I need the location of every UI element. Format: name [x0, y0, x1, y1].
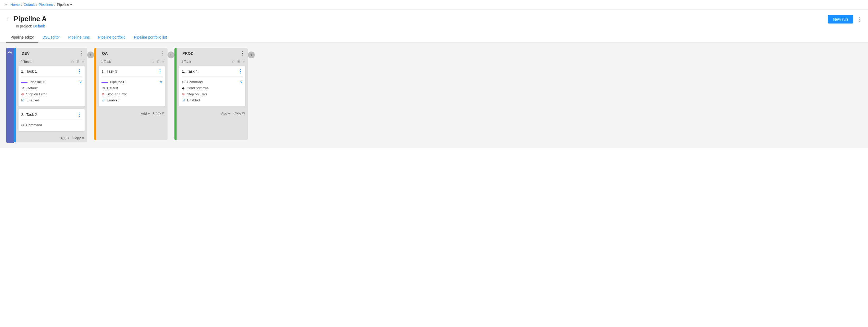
tab-pipeline-portfolio-list[interactable]: Pipeline portfolio list: [130, 32, 171, 42]
task-3-title-row: 1. Task 3 ⋮: [101, 68, 162, 76]
stage-prod-add-button[interactable]: Add +: [221, 111, 230, 116]
task-3-stop-icon: ⊖: [101, 92, 104, 96]
stage-prod-content: PROD ⋮ 1 Task ◇ 🗑 ≡: [177, 48, 248, 140]
breadcrumb-sep-3: /: [55, 3, 56, 7]
stage-dev-list-icon[interactable]: ≡: [82, 59, 84, 64]
task-4-stop-left: ⊖ Stop on Error: [182, 92, 207, 96]
task-1-stop-left: ⊖ Stop on Error: [21, 92, 46, 96]
task-1-type-label: Pipeline C: [30, 80, 45, 84]
task-2-type-row: ⊙ Command: [21, 122, 82, 128]
stage-qa-list-icon[interactable]: ≡: [162, 59, 164, 64]
stage-dev-name: DEV: [22, 51, 30, 56]
pipeline-editor-area: ❮ DEV ⋮ 2 Tasks: [0, 42, 868, 148]
page-subtitle: In project: Default: [16, 24, 47, 28]
stage-qa-actions: ◇ 🗑 ≡: [151, 59, 164, 64]
task-4-title: 1. Task 4: [182, 69, 198, 73]
more-options-icon[interactable]: ⋮: [856, 16, 862, 23]
task-1-enabled-row: ☑ Enabled: [21, 97, 82, 103]
task-3-dots[interactable]: ⋮: [158, 68, 162, 74]
task-2-title-row: 2. Task 2 ⋮: [21, 112, 82, 120]
stage-prod-header-inner: PROD ⋮: [180, 51, 245, 56]
menu-icon[interactable]: ≡: [5, 3, 7, 7]
stage-dev: DEV ⋮ 2 Tasks ◇ 🗑 ≡: [14, 48, 87, 142]
task-3-stop-row: ⊖ Stop on Error: [101, 91, 162, 97]
page-header-left: ← Pipeline A In project: Default: [6, 15, 47, 28]
tab-dsl-editor[interactable]: DSL editor: [38, 32, 64, 42]
subtitle-label: In project:: [16, 24, 32, 28]
stage-dev-add-button[interactable]: Add +: [61, 136, 69, 140]
stage-qa-content: QA ⋮ 1 Task ◇ 🗑 ≡: [96, 48, 167, 140]
stage-prod-wrapper: PROD ⋮ 1 Task ◇ 🗑 ≡: [175, 48, 255, 140]
stages-row: ❮ DEV ⋮ 2 Tasks: [6, 48, 862, 143]
task-2-type-left: ⊙ Command: [21, 123, 42, 127]
stage-prod-bottom: Add + Copy ⧉: [177, 109, 248, 118]
task-2-card: 2. Task 2 ⋮ ⊙ Command: [19, 109, 85, 131]
task-4-condition-left: ◆ Condition: Yes: [182, 86, 209, 90]
task-3-project-row: 🗂 Default: [101, 85, 162, 91]
stage-prod-copy-button[interactable]: Copy ⧉: [234, 111, 245, 116]
stage-dev-diamond-icon[interactable]: ◇: [71, 59, 74, 64]
breadcrumb-default[interactable]: Default: [24, 3, 35, 7]
command-icon: ⊙: [21, 123, 24, 127]
task-1-enabled-label: Enabled: [26, 98, 39, 102]
breadcrumb-pipelines[interactable]: Pipelines: [39, 3, 53, 7]
task-3-type-label: Pipeline B: [110, 80, 126, 84]
task-2-dots[interactable]: ⋮: [77, 112, 82, 118]
stage-prod-dots[interactable]: ⋮: [240, 51, 245, 56]
stage-dev-trash-icon[interactable]: 🗑: [76, 59, 80, 64]
stage-prod-trash-icon[interactable]: 🗑: [237, 59, 241, 64]
task-2-title: 2. Task 2: [21, 112, 37, 117]
task-4-stop-label: Stop on Error: [187, 92, 207, 96]
task-4-enabled-label: Enabled: [187, 98, 200, 102]
back-button[interactable]: ←: [6, 16, 11, 22]
task-2-type-label: Command: [26, 123, 42, 127]
task-4-dots[interactable]: ⋮: [238, 68, 243, 74]
tab-pipeline-editor[interactable]: Pipeline editor: [6, 32, 38, 42]
task-1-title-row: 1. Task 1 ⋮: [21, 68, 82, 76]
stop-on-error-icon: ⊖: [21, 92, 24, 96]
page-header: ← Pipeline A In project: Default New run…: [0, 9, 868, 28]
task-3-enabled-icon: ☑: [101, 98, 105, 102]
task-3-stop-left: ⊖ Stop on Error: [101, 92, 127, 96]
task-3-expand-icon[interactable]: ∨: [160, 80, 162, 84]
stage-qa-diamond-icon[interactable]: ◇: [151, 59, 154, 64]
stage-dev-header-inner: DEV ⋮: [19, 51, 84, 56]
breadcrumb-home[interactable]: Home: [10, 3, 20, 7]
task-1-expand-icon[interactable]: ∨: [79, 80, 82, 84]
task-3-enabled-row: ☑ Enabled: [101, 97, 162, 103]
task-4-condition-icon: ◆: [182, 86, 185, 90]
tab-pipeline-portfolio[interactable]: Pipeline portfolio: [94, 32, 130, 42]
stage-dev-dots[interactable]: ⋮: [79, 51, 84, 56]
task-4-enabled-icon: ☑: [182, 98, 185, 102]
task-4-expand-icon[interactable]: ∨: [240, 80, 243, 84]
stage-dev-copy-button[interactable]: Copy ⧉: [73, 136, 84, 140]
enabled-icon: ☑: [21, 98, 24, 102]
new-run-button[interactable]: New run: [828, 15, 853, 24]
project-icon: 🗂: [21, 86, 25, 90]
stage-dev-actions: ◇ 🗑 ≡: [71, 59, 84, 64]
pipeline-icon: ▬▬: [21, 80, 28, 84]
add-stage-after-dev[interactable]: +: [87, 52, 94, 58]
stage-qa-trash-icon[interactable]: 🗑: [156, 59, 160, 64]
task-4-type-label: Command: [187, 80, 203, 84]
stage-qa-add-button[interactable]: Add +: [141, 111, 150, 116]
task-4-condition-label: Condition: Yes: [187, 86, 209, 90]
stage-dev-header: DEV ⋮: [16, 48, 87, 58]
stage-qa-bottom: Add + Copy ⧉: [96, 109, 167, 118]
task-4-stop-icon: ⊖: [182, 92, 185, 96]
tab-pipeline-runs[interactable]: Pipeline runs: [64, 32, 94, 42]
stage-qa-copy-button[interactable]: Copy ⧉: [153, 111, 164, 116]
task-3-type-row: ▬▬ Pipeline B ∨: [101, 79, 162, 85]
task-1-type-left: ▬▬ Pipeline C: [21, 80, 45, 84]
left-panel-handle[interactable]: ❮: [6, 48, 14, 143]
stage-dev-tasks-row: 2 Tasks ◇ 🗑 ≡: [16, 58, 87, 66]
task-1-stop-row: ⊖ Stop on Error: [21, 91, 82, 97]
stage-prod-diamond-icon[interactable]: ◇: [232, 59, 235, 64]
add-stage-after-qa[interactable]: +: [167, 52, 175, 58]
subtitle-project-link[interactable]: Default: [33, 24, 45, 28]
stage-prod-list-icon[interactable]: ≡: [243, 59, 245, 64]
stage-qa-dots[interactable]: ⋮: [160, 51, 164, 56]
task-1-dots[interactable]: ⋮: [77, 68, 82, 74]
task-4-card: 1. Task 4 ⋮ ⊙ Command ∨ ◆: [179, 66, 245, 106]
add-stage-after-prod[interactable]: +: [248, 52, 255, 58]
